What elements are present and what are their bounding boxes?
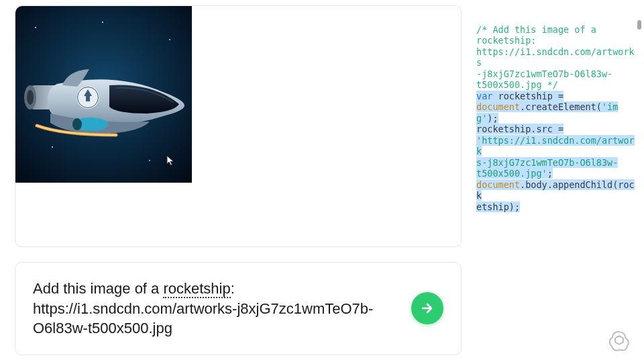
prompt-line2: https://i1.sndcdn.com/artworks-j8xjG7zc1…: [33, 300, 373, 337]
scrollbar-thumb[interactable]: [637, 20, 641, 30]
openai-logo-icon: [608, 328, 631, 351]
code-panel[interactable]: /* Add this image of a rocketship: https…: [470, 0, 643, 362]
svg-point-3: [52, 146, 53, 148]
svg-point-1: [35, 27, 36, 28]
svg-point-4: [149, 160, 150, 161]
preview-card: [15, 5, 462, 247]
svg-point-5: [102, 21, 103, 23]
svg-point-2: [169, 39, 170, 40]
rocketship-illustration: [15, 6, 192, 183]
left-column: Add this image of a rocketship: https://…: [0, 0, 470, 362]
prompt-text[interactable]: Add this image of a rocketship: https://…: [33, 279, 382, 338]
prompt-line1-prefix: Add this image of a: [33, 280, 163, 297]
arrow-right-icon: [419, 300, 435, 316]
code-comment: /* Add this image of a: [476, 24, 596, 35]
prompt-card: Add this image of a rocketship: https://…: [15, 262, 462, 355]
prompt-line1-suffix: :: [231, 280, 235, 297]
code-block[interactable]: /* Add this image of a rocketship: https…: [476, 24, 636, 212]
prompt-dotted-word: rocketship: [163, 280, 230, 298]
send-button[interactable]: [411, 292, 443, 324]
svg-point-14: [72, 118, 82, 130]
rocketship-image: [15, 6, 192, 183]
svg-point-10: [27, 90, 34, 105]
